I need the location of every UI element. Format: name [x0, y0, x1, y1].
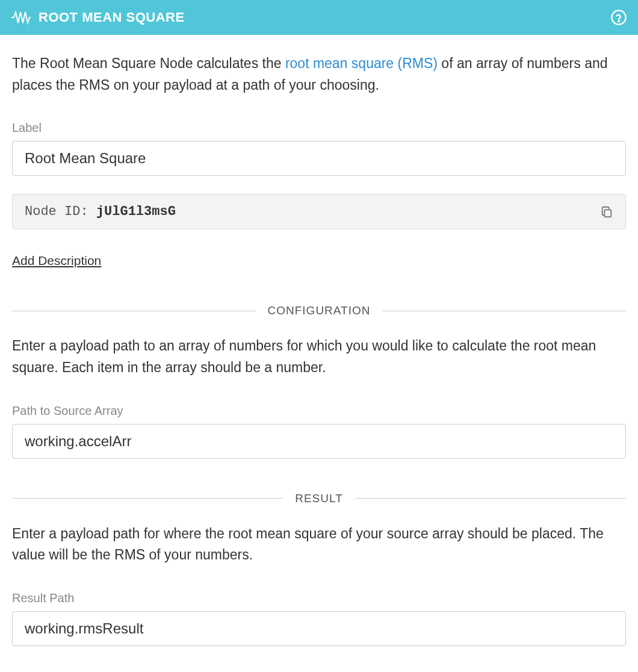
node-id-box: Node ID: jUlG1l3msG — [12, 194, 626, 229]
configuration-description: Enter a payload path to an array of numb… — [12, 335, 626, 378]
source-array-field-group: Path to Source Array — [12, 404, 626, 459]
label-field-group: Label — [12, 121, 626, 176]
intro-text: The Root Mean Square Node calculates the… — [12, 53, 626, 96]
svg-point-1 — [618, 21, 619, 22]
add-description-link[interactable]: Add Description — [12, 254, 101, 268]
node-id-label: Node ID: — [25, 204, 96, 219]
panel-content: The Root Mean Square Node calculates the… — [0, 35, 638, 672]
header-title: ROOT MEAN SQUARE — [39, 10, 185, 25]
configuration-title: CONFIGURATION — [256, 304, 383, 317]
header-left: ROOT MEAN SQUARE — [11, 10, 185, 25]
result-path-field-group: Result Path — [12, 591, 626, 646]
result-description: Enter a payload path for where the root … — [12, 523, 626, 566]
label-field-label: Label — [12, 121, 626, 135]
rms-link[interactable]: root mean square (RMS) — [285, 55, 438, 71]
node-id-text: Node ID: jUlG1l3msG — [25, 204, 176, 219]
intro-text-before: The Root Mean Square Node calculates the — [12, 55, 285, 71]
svg-rect-2 — [604, 210, 611, 217]
label-input[interactable] — [12, 141, 626, 176]
source-array-input[interactable] — [12, 424, 626, 459]
waveform-icon — [11, 10, 31, 25]
copy-icon[interactable] — [600, 205, 613, 219]
panel-header: ROOT MEAN SQUARE — [0, 0, 638, 35]
result-path-input[interactable] — [12, 611, 626, 646]
configuration-divider: CONFIGURATION — [12, 304, 626, 317]
source-array-label: Path to Source Array — [12, 404, 626, 418]
result-divider: RESULT — [12, 492, 626, 505]
result-title: RESULT — [283, 492, 355, 505]
node-id-value: jUlG1l3msG — [96, 204, 176, 219]
result-path-label: Result Path — [12, 591, 626, 605]
help-icon[interactable] — [610, 9, 627, 26]
